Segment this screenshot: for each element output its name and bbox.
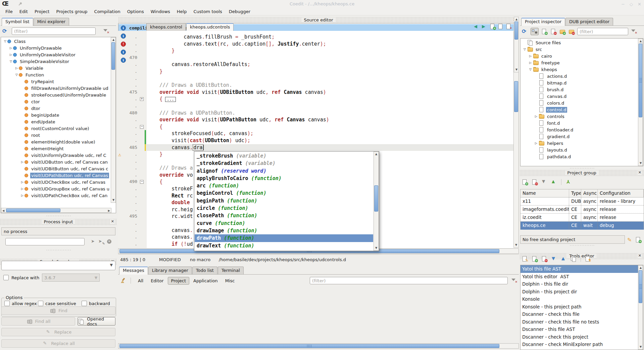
project-tree-item[interactable]: ▷controls xyxy=(521,113,643,120)
doc-add-icon[interactable] xyxy=(489,23,496,30)
tool-item[interactable]: Konsole xyxy=(521,295,643,303)
expander-icon[interactable]: ▽ xyxy=(14,73,19,76)
folder-add-icon[interactable] xyxy=(559,28,566,35)
doc-icon[interactable] xyxy=(497,23,504,30)
symbol-tree-item[interactable]: strokeFocused(UniformlyDrawable xyxy=(1,92,116,98)
tool-item[interactable]: Dscanner - this file AST xyxy=(521,326,643,333)
symbol-tree-item[interactable]: ▷UniformlyDrawableVisitor xyxy=(1,51,116,58)
treeview-icon[interactable] xyxy=(531,28,538,35)
back-icon[interactable] xyxy=(473,23,480,30)
menu-item-custom-tools[interactable]: Custom tools xyxy=(190,8,225,15)
messages-filter-editor[interactable]: Editor xyxy=(147,277,167,285)
expander-icon[interactable]: ▷ xyxy=(528,54,533,58)
completion-item[interactable]: drawPath(function) xyxy=(195,234,373,242)
completion-item[interactable]: beginPath(function) xyxy=(195,197,373,205)
menu-item-edit[interactable]: Edit xyxy=(16,8,31,15)
project-tree-item[interactable]: ▽src xyxy=(521,46,643,53)
table-row[interactable]: x11DUBasyncrelease - library xyxy=(521,197,644,206)
collapsed-fold-box[interactable]: ... xyxy=(165,97,176,102)
menu-item-help[interactable]: Help xyxy=(174,8,190,15)
arrow-down-gray-icon[interactable] xyxy=(541,179,548,185)
symbol-tree-item[interactable]: tryRepaint xyxy=(1,78,116,85)
project-tree-item[interactable]: colors.d xyxy=(521,100,643,106)
menu-item-debugger[interactable]: Debugger xyxy=(226,8,254,15)
column-header-name[interactable]: Name xyxy=(521,189,569,197)
project-tree-item[interactable]: pathdata.d xyxy=(521,153,643,160)
arrow-up-blue-icon[interactable] xyxy=(560,256,567,262)
symbol-tree-item[interactable]: beginUpdate xyxy=(1,112,116,118)
doc-del-icon[interactable] xyxy=(531,179,538,185)
symbol-tree-item[interactable]: ▷visit(UDPathCheckBox udc, ref Can xyxy=(1,192,116,199)
menu-item-compilation[interactable]: Compilation xyxy=(91,8,124,15)
doc-add-icon[interactable] xyxy=(635,237,642,243)
menu-item-options[interactable]: Options xyxy=(124,8,147,15)
column-header-configuration[interactable]: Configuration xyxy=(598,189,644,197)
tab-terminal[interactable]: Terminal xyxy=(218,267,244,274)
replace-all-button[interactable]: Replace all xyxy=(1,339,115,348)
completion-scrollbar[interactable]: ▲ ▼ xyxy=(374,152,379,251)
menu-item-projects-group[interactable]: Projects group xyxy=(53,8,91,15)
expander-icon[interactable]: ▷ xyxy=(9,46,13,50)
checkbox-backward[interactable] xyxy=(82,301,87,306)
symbol-tree-item[interactable]: ▽Function xyxy=(1,71,116,78)
expander-icon[interactable]: ▽ xyxy=(528,68,533,71)
menu-item-windows[interactable]: Windows xyxy=(147,8,174,15)
minimize-icon[interactable]: − xyxy=(621,2,625,7)
tab-messages[interactable]: Messages xyxy=(119,267,148,275)
tool-item[interactable]: Yatol this editor AST xyxy=(521,273,643,281)
arrow-up-green-icon[interactable] xyxy=(551,179,557,185)
completion-item[interactable]: _strokeGradient(variable) xyxy=(195,160,373,167)
doc-run-icon[interactable] xyxy=(585,256,591,262)
tool-item[interactable]: Yatol this file AST xyxy=(521,265,643,273)
editor-tab-kheops-control[interactable]: kheops.control xyxy=(146,23,186,31)
tool-item[interactable]: Dscanner - check MiniExplorer path xyxy=(521,341,643,348)
stop-icon[interactable] xyxy=(106,239,113,245)
symbol-tree-item[interactable]: ▽SimpleDrawableVisitor xyxy=(1,58,116,65)
expander-icon[interactable]: ▷ xyxy=(20,187,24,190)
project-tree-item[interactable]: font.d xyxy=(521,120,643,126)
copy-icon[interactable] xyxy=(570,256,577,262)
project-tree-item[interactable]: ▷cairo xyxy=(521,53,643,59)
expander-icon[interactable]: ▽ xyxy=(523,48,527,51)
completion-item[interactable]: curve(function) xyxy=(195,220,373,227)
symbol-tree-hscrollbar[interactable]: ◀ ▶ xyxy=(1,208,111,213)
symbol-tree-item[interactable]: ▷visit(UDCheckBox udc, ref Canvas xyxy=(1,179,116,185)
project-tree-item[interactable]: gradient.d xyxy=(521,133,643,140)
project-tree-item[interactable]: canvas.d xyxy=(521,93,643,100)
inspector-filter-input[interactable] xyxy=(577,28,628,35)
project-tree-item[interactable]: ▽kheops xyxy=(521,66,643,73)
tab-mini-explorer[interactable]: Mini explorer xyxy=(34,18,69,25)
messages-filter-input[interactable] xyxy=(310,277,508,284)
messages-vscrollbar[interactable]: ▲ ▼ xyxy=(514,23,519,72)
clear-messages-icon[interactable] xyxy=(120,278,127,284)
completion-item[interactable]: _strokeBrush(variable) xyxy=(195,152,373,160)
messages-filter-application[interactable]: Application xyxy=(190,277,221,285)
doc-add-icon[interactable] xyxy=(531,256,538,262)
merge-icon[interactable] xyxy=(565,179,572,185)
symbol-tree-vscrollbar[interactable]: ▲ ▼ xyxy=(111,37,116,203)
opened-docs-button[interactable]: Opened docs xyxy=(78,317,115,326)
menu-item-file[interactable]: File xyxy=(2,8,16,15)
project-tree-item[interactable]: brush.d xyxy=(521,86,643,93)
expander-icon[interactable]: ▽ xyxy=(3,40,7,43)
project-tree-vscrollbar[interactable]: ▲ ▼ xyxy=(638,39,643,166)
folder-del-icon[interactable] xyxy=(568,28,575,35)
symbol-tree-item[interactable]: ▷visit(UDButton udc, ref Canvas can xyxy=(1,159,116,165)
clear-filter-icon[interactable] xyxy=(511,278,517,284)
symbol-tree-item[interactable]: elementHeight xyxy=(1,145,116,152)
tab-library-manager[interactable]: Library manager xyxy=(148,267,192,274)
close-icon[interactable]: ✕ xyxy=(110,219,115,224)
messages-filter-project[interactable]: Project xyxy=(168,277,189,285)
project-tree-item[interactable]: Source files xyxy=(521,39,643,46)
symbol-tree-item[interactable]: elementHeight(double value) xyxy=(1,138,116,145)
completion-item[interactable]: closePath(function) xyxy=(195,212,373,219)
fold-icon[interactable]: − xyxy=(140,125,144,129)
arrow-down-blue-icon[interactable] xyxy=(551,256,557,262)
symbol-tree-item[interactable]: ▽Class xyxy=(1,38,116,45)
tab-dub-project-editor[interactable]: DUB project editor xyxy=(565,18,613,25)
find-button[interactable]: Find xyxy=(1,306,115,315)
completion-item[interactable]: drawText(function) xyxy=(195,242,373,249)
completion-item[interactable]: circle(function) xyxy=(195,205,373,212)
menu-item-project[interactable]: Project xyxy=(31,8,53,15)
messages-filter-all[interactable]: All xyxy=(135,277,147,285)
